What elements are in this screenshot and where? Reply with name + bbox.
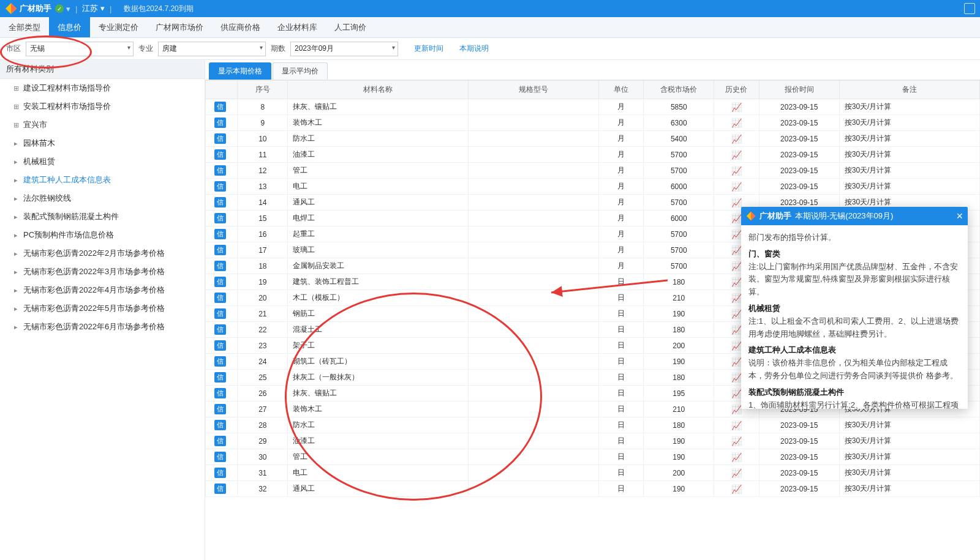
- cell-name: 玻璃工: [288, 242, 469, 258]
- chevron-down-icon[interactable]: ▾: [66, 4, 70, 13]
- info-badge: 信: [214, 420, 226, 430]
- main-tab[interactable]: 企业材料库: [269, 17, 326, 37]
- tree-item[interactable]: ▸园林苗木: [0, 134, 205, 152]
- chart-icon[interactable]: 📈: [731, 261, 742, 271]
- tree-item[interactable]: ▸法尔胜钢绞线: [0, 189, 205, 207]
- cell-history[interactable]: 📈: [714, 449, 760, 465]
- chart-icon[interactable]: 📈: [731, 357, 742, 367]
- cell-name: 防水工: [288, 417, 469, 433]
- tree-item[interactable]: ▸PC预制构件市场信息价格: [0, 226, 205, 244]
- content-tab[interactable]: 显示平均价: [273, 62, 328, 80]
- chart-icon[interactable]: 📈: [731, 309, 742, 319]
- tree-item[interactable]: ▸机械租赁: [0, 152, 205, 171]
- cell-note: 按30天/月计算: [839, 147, 979, 163]
- table-row[interactable]: 信30管工日190📈2023-09-15按30天/月计算: [206, 449, 980, 465]
- chart-icon[interactable]: 📈: [731, 468, 742, 478]
- cell-note: 按30天/月计算: [839, 131, 979, 147]
- table-row[interactable]: 信31电工日200📈2023-09-15按30天/月计算: [206, 465, 980, 481]
- tree-item-label: 安装工程材料市场指导价: [23, 101, 111, 112]
- chart-icon[interactable]: 📈: [731, 373, 742, 383]
- table-row[interactable]: 信8抹灰、镶贴工月5850📈2023-09-15按30天/月计算: [206, 99, 980, 115]
- profession-select[interactable]: [158, 42, 266, 56]
- document-icon: ▸: [12, 305, 20, 313]
- chart-icon[interactable]: 📈: [731, 118, 742, 128]
- table-row[interactable]: 信28防水工日180📈2023-09-15按30天/月计算: [206, 417, 980, 433]
- package-icon[interactable]: [964, 3, 975, 14]
- cell-spec: [468, 322, 598, 338]
- cell-unit: 月: [598, 99, 644, 115]
- cell-history[interactable]: 📈: [714, 417, 760, 433]
- cell-history[interactable]: 📈: [714, 99, 760, 115]
- cell-history[interactable]: 📈: [714, 131, 760, 147]
- cell-name: 油漆工: [288, 147, 469, 163]
- table-row[interactable]: 信10防水工月5400📈2023-09-15按30天/月计算: [206, 131, 980, 147]
- chart-icon[interactable]: 📈: [731, 293, 742, 303]
- table-row[interactable]: 信9装饰木工月6300📈2023-09-15按30天/月计算: [206, 115, 980, 131]
- chart-icon[interactable]: 📈: [731, 452, 742, 462]
- close-icon[interactable]: ×: [956, 211, 963, 222]
- tree-item[interactable]: ▸无锡市彩色沥青2022年4月市场参考价格: [0, 281, 205, 299]
- main-tab[interactable]: 专业测定价: [90, 17, 147, 37]
- cell-price: 6300: [644, 115, 714, 131]
- profession-label: 专业: [138, 43, 153, 54]
- cell-history[interactable]: 📈: [714, 433, 760, 449]
- chart-icon[interactable]: 📈: [731, 436, 742, 446]
- cell-history[interactable]: 📈: [714, 115, 760, 131]
- cell-history[interactable]: 📈: [714, 147, 760, 163]
- table-row[interactable]: 信13电工月6000📈2023-09-15按30天/月计算: [206, 179, 980, 195]
- cell-history[interactable]: 📈: [714, 465, 760, 481]
- chart-icon[interactable]: 📈: [731, 484, 742, 494]
- chart-icon[interactable]: 📈: [731, 134, 742, 144]
- main-tab[interactable]: 广材网市场价: [147, 17, 212, 37]
- cell-history[interactable]: 📈: [714, 179, 760, 195]
- province-selector[interactable]: 江苏 ▾: [82, 3, 105, 14]
- main-tab[interactable]: 人工询价: [326, 17, 375, 37]
- table-row[interactable]: 信29油漆工日190📈2023-09-15按30天/月计算: [206, 433, 980, 449]
- section-text: 注:1、以上租金不含司机和司索人工费用。2、以上进退场费用考虑使用地脚螺丝，基础…: [748, 316, 959, 338]
- chart-icon[interactable]: 📈: [731, 245, 742, 255]
- cell-unit: 日: [598, 465, 644, 481]
- info-badge: 信: [214, 293, 226, 303]
- main-tab[interactable]: 供应商价格: [212, 17, 269, 37]
- main-tab[interactable]: 全部类型: [0, 17, 49, 37]
- table-row[interactable]: 信11油漆工月5700📈2023-09-15按30天/月计算: [206, 147, 980, 163]
- divider: |: [110, 4, 111, 13]
- chart-icon[interactable]: 📈: [731, 182, 742, 192]
- chart-icon[interactable]: 📈: [731, 198, 742, 207]
- cell-name: 电焊工: [288, 211, 469, 226]
- cell-history[interactable]: 📈: [714, 481, 760, 497]
- chart-icon[interactable]: 📈: [731, 102, 742, 112]
- chart-icon[interactable]: 📈: [731, 325, 742, 335]
- cell-spec: [468, 306, 598, 322]
- tree-item[interactable]: ⊞建设工程材料市场指导价: [0, 79, 205, 97]
- chart-icon[interactable]: 📈: [731, 230, 742, 239]
- tree-item[interactable]: ▸无锡市彩色沥青2022年3月市场参考价格: [0, 263, 205, 281]
- popup-section: 装配式预制钢筋混凝土构件1、饰面辅助材料需另行计算;2、各类构件价格可根据工程项…: [748, 386, 960, 409]
- period-select[interactable]: [290, 42, 398, 56]
- tree-item[interactable]: ⊞安装工程材料市场指导价: [0, 97, 205, 116]
- cell-idx: 25: [238, 370, 288, 386]
- region-select[interactable]: [26, 42, 134, 56]
- update-time-link[interactable]: 更新时间: [414, 43, 443, 54]
- table-row[interactable]: 信12管工月5700📈2023-09-15按30天/月计算: [206, 163, 980, 179]
- table-row[interactable]: 信32通风工日190📈2023-09-15按30天/月计算: [206, 481, 980, 497]
- chart-icon[interactable]: 📈: [731, 214, 742, 223]
- tree-item[interactable]: ▸无锡市彩色沥青2022年2月市场参考价格: [0, 244, 205, 263]
- chart-icon[interactable]: 📈: [731, 405, 742, 414]
- chart-icon[interactable]: 📈: [731, 166, 742, 176]
- chart-icon[interactable]: 📈: [731, 389, 742, 398]
- tree-item[interactable]: ▸建筑工种人工成本信息表: [0, 171, 205, 189]
- cell-history[interactable]: 📈: [714, 163, 760, 179]
- tree-item[interactable]: ▸装配式预制钢筋混凝土构件: [0, 207, 205, 226]
- chart-icon[interactable]: 📈: [731, 341, 742, 351]
- tree-item[interactable]: ⊞宜兴市: [0, 116, 205, 134]
- chart-icon[interactable]: 📈: [731, 420, 742, 430]
- chart-icon[interactable]: 📈: [731, 150, 742, 160]
- content-tab[interactable]: 显示本期价格: [209, 62, 271, 80]
- info-badge: 信: [214, 404, 226, 414]
- main-tab[interactable]: 信息价: [49, 17, 90, 37]
- chart-icon[interactable]: 📈: [731, 277, 742, 287]
- period-desc-link[interactable]: 本期说明: [459, 43, 489, 54]
- tree-item[interactable]: ▸无锡市彩色沥青2022年6月市场参考价格: [0, 318, 205, 336]
- tree-item[interactable]: ▸无锡市彩色沥青2022年5月市场参考价格: [0, 299, 205, 318]
